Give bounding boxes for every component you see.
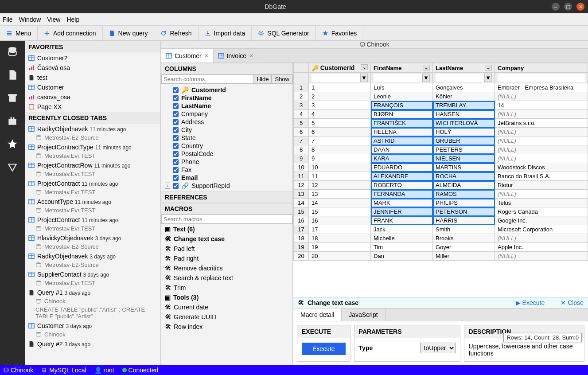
table-row[interactable]: 13 13 FERNANDA RAMOS (NULL) bbox=[294, 190, 588, 199]
column-checkbox[interactable] bbox=[173, 135, 179, 141]
toolbar-sql-generator[interactable]: SQL Generator bbox=[252, 26, 315, 40]
column-checkbox[interactable] bbox=[173, 95, 179, 101]
macro-row-index[interactable]: 🛠Row index bbox=[161, 322, 292, 332]
table-row[interactable]: 5 5 FRANTIŠEK WICHTERLOVÁ JetBrains s.r.… bbox=[294, 119, 588, 128]
favorite-item[interactable]: Customer bbox=[25, 82, 160, 92]
chevron-down-icon[interactable]: ⌄ bbox=[485, 65, 492, 70]
recent-item[interactable]: ProjectContract 11 minutes ago bbox=[25, 179, 160, 188]
filter-customerid[interactable] bbox=[312, 74, 360, 82]
filter-firstname[interactable] bbox=[374, 74, 422, 82]
tab-customer[interactable]: Customer✕ bbox=[161, 49, 214, 62]
macro-search-replace-text[interactable]: 🛠Search & replace text bbox=[161, 273, 292, 283]
table-row[interactable]: 19 19 Tim Goyer Apple Inc. bbox=[294, 243, 588, 252]
param-type-select[interactable]: toUpper bbox=[420, 343, 456, 353]
favorite-item[interactable]: Časová osa bbox=[25, 63, 160, 73]
macro-text-6-[interactable]: ▣Text (6) bbox=[161, 224, 292, 234]
column-SupportRepId[interactable]: + 🔗 SupportRepId bbox=[161, 182, 292, 190]
menu-file[interactable]: File bbox=[3, 16, 13, 23]
column-Company[interactable]: Company bbox=[161, 110, 292, 118]
chevron-down-icon[interactable]: ⌄ bbox=[423, 65, 430, 70]
favorites-icon[interactable] bbox=[7, 138, 18, 150]
recent-item[interactable]: AccountType 11 minutes ago bbox=[25, 197, 160, 207]
chevron-down-icon[interactable]: ⌄ bbox=[361, 64, 368, 70]
archive-icon[interactable] bbox=[7, 92, 18, 104]
column-checkbox[interactable] bbox=[173, 111, 179, 117]
execute-button[interactable]: Execute bbox=[302, 343, 346, 355]
filter-icon[interactable]: ▾ bbox=[484, 74, 492, 82]
columns-hide-button[interactable]: Hide bbox=[254, 74, 272, 84]
filter-icon[interactable]: ▾ bbox=[360, 74, 368, 82]
column-checkbox[interactable] bbox=[173, 143, 179, 149]
macro-tab-javascript[interactable]: JavaScript bbox=[342, 309, 385, 321]
column-FirstName[interactable]: FirstName bbox=[161, 94, 292, 102]
column-Phone[interactable]: Phone bbox=[161, 158, 292, 166]
macro-trim[interactable]: 🛠Trim bbox=[161, 283, 292, 293]
table-row[interactable]: 3 3 FRANÇOIS TREMBLAY 14 bbox=[294, 101, 588, 110]
menu-help[interactable]: Help bbox=[66, 16, 79, 23]
column-checkbox[interactable] bbox=[173, 103, 179, 109]
table-row[interactable]: 9 9 KARA NIELSEN (NULL) bbox=[294, 154, 588, 163]
table-row[interactable]: 2 2 Leonie Köhler (NULL) bbox=[294, 92, 588, 101]
table-row[interactable]: 18 18 Michelle Brooks (NULL) bbox=[294, 234, 588, 243]
toolbar-menu[interactable]: Menu bbox=[0, 26, 38, 40]
plugins-icon[interactable] bbox=[7, 115, 18, 127]
column-LastName[interactable]: LastName bbox=[161, 102, 292, 110]
table-row[interactable]: 20 20 Dan Miller (NULL) bbox=[294, 252, 588, 261]
toolbar-favorites[interactable]: Favorites bbox=[316, 26, 364, 40]
column-checkbox[interactable] bbox=[173, 151, 179, 157]
column-checkbox[interactable] bbox=[173, 87, 179, 93]
macro-close-link[interactable]: ✕ Close bbox=[561, 299, 584, 306]
toolbar-refresh[interactable]: Refresh bbox=[154, 26, 198, 40]
columns-search-input[interactable] bbox=[161, 74, 254, 84]
recent-item[interactable]: Customer 3 days ago bbox=[25, 321, 160, 331]
table-row[interactable]: 7 7 ASTRID GRUBER (NULL) bbox=[294, 137, 588, 145]
references-header[interactable]: REFERENCES bbox=[161, 191, 292, 203]
minimize-button[interactable]: – bbox=[552, 3, 560, 11]
column-checkbox[interactable] bbox=[173, 175, 179, 181]
recent-item[interactable]: HlavickyObjednavek 3 days ago bbox=[25, 233, 160, 243]
column-PostalCode[interactable]: PostalCode bbox=[161, 150, 292, 158]
tab-invoice[interactable]: Invoice✕ bbox=[214, 49, 258, 62]
macros-search-input[interactable] bbox=[161, 215, 292, 224]
column-Email[interactable]: Email bbox=[161, 174, 292, 182]
recent-item[interactable]: ProjectContractType 11 minutes ago bbox=[25, 142, 160, 152]
column-checkbox[interactable] bbox=[173, 127, 179, 133]
filter-lastname[interactable] bbox=[436, 74, 484, 82]
favorite-item[interactable]: Customer2 bbox=[25, 53, 160, 63]
column-checkbox[interactable] bbox=[173, 183, 179, 189]
toolbar-new-query[interactable]: New query bbox=[103, 26, 155, 40]
column-City[interactable]: City bbox=[161, 126, 292, 134]
status-db[interactable]: ⛁ Chinook bbox=[4, 367, 33, 374]
recent-item[interactable]: Query #2 3 days ago bbox=[25, 339, 160, 349]
column-checkbox[interactable] bbox=[173, 119, 179, 125]
filter-company[interactable] bbox=[498, 74, 585, 82]
columns-show-button[interactable]: Show bbox=[272, 74, 292, 84]
maximize-button[interactable]: ▢ bbox=[564, 3, 572, 11]
table-row[interactable]: 8 8 DAAN PEETERS (NULL) bbox=[294, 145, 588, 154]
macro-remove-diacritics[interactable]: 🛠Remove diacritics bbox=[161, 263, 292, 273]
recent-item[interactable]: RadkyObjednavek 3 days ago bbox=[25, 251, 160, 261]
table-row[interactable]: 16 16 FRANK HARRIS Google Inc. bbox=[294, 216, 588, 225]
filter-icon[interactable]: ▾ bbox=[422, 74, 430, 82]
file-icon[interactable] bbox=[7, 69, 18, 81]
macro-current-date[interactable]: 🛠Current date bbox=[161, 302, 292, 312]
macro-pad-right[interactable]: 🛠Pad right bbox=[161, 254, 292, 263]
database-icon[interactable] bbox=[7, 46, 18, 58]
close-button[interactable]: ✕ bbox=[576, 3, 584, 11]
triangle-icon[interactable] bbox=[7, 161, 18, 173]
toolbar-add-connection[interactable]: Add connection bbox=[38, 26, 103, 40]
recent-item[interactable]: ProjectContract 11 minutes ago bbox=[25, 215, 160, 225]
status-server[interactable]: 🖥 MySQL Local bbox=[41, 367, 86, 374]
macro-pad-left[interactable]: 🛠Pad left bbox=[161, 244, 292, 254]
column-checkbox[interactable] bbox=[173, 159, 179, 165]
recent-item[interactable]: ProjectContractRow 11 minutes ago bbox=[25, 160, 160, 170]
close-icon[interactable]: ✕ bbox=[249, 53, 253, 59]
table-row[interactable]: 17 17 Jack Smith Microsoft Corporation bbox=[294, 225, 588, 234]
toolbar-import-data[interactable]: Import data bbox=[199, 26, 252, 40]
favorite-item[interactable]: casova_osa bbox=[25, 92, 160, 102]
recent-item[interactable]: RadkyObjednavek 11 minutes ago bbox=[25, 124, 160, 134]
table-row[interactable]: 11 11 ALEXANDRE ROCHA Banco do Brasil S.… bbox=[294, 172, 588, 181]
table-row[interactable]: 4 4 BJØRN HANSEN (NULL) bbox=[294, 110, 588, 119]
macro-tools-3-[interactable]: ▣Tools (3) bbox=[161, 293, 292, 302]
column-Address[interactable]: Address bbox=[161, 118, 292, 126]
